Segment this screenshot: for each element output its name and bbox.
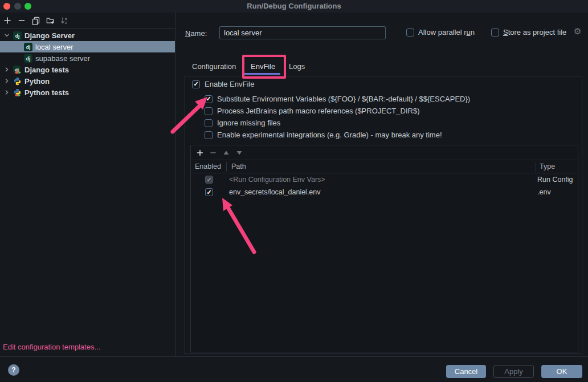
tree-item-python[interactable]: Python [0, 75, 175, 87]
column-enabled: Enabled [195, 162, 221, 170]
checkbox[interactable]: ✓ [205, 107, 213, 115]
run-debug-configurations-dialog: Run/Debug Configurations az [0, 0, 588, 382]
django-icon: dj [13, 31, 22, 40]
move-down-icon[interactable] [235, 148, 244, 157]
process-path-macro-label: Process JetBrains path macro references … [217, 107, 419, 115]
add-icon[interactable] [195, 148, 205, 157]
store-as-project-file-label: Store as project file [503, 28, 566, 36]
check-icon: ✓ [206, 96, 211, 102]
new-folder-icon[interactable] [46, 16, 55, 25]
configurations-tree: dj Django Server dj local server dj supa… [0, 29, 175, 98]
chevron-right-icon[interactable] [3, 90, 11, 95]
titlebar: Run/Debug Configurations [0, 0, 588, 13]
ok-button[interactable]: OK [541, 365, 582, 378]
table-toolbar [191, 145, 578, 160]
tree-item-label: Python [24, 77, 50, 86]
checkbox[interactable]: ✓ [205, 119, 213, 127]
tree-item-django-server[interactable]: dj Django Server [0, 30, 175, 41]
active-tab-underline [244, 73, 280, 75]
check-icon: ✓ [206, 189, 211, 196]
env-files-table: Enabled Path Type ✓ <Run Configuration E… [190, 145, 578, 352]
checkbox[interactable]: ✓ [192, 80, 200, 88]
edit-configuration-templates-link[interactable]: Edit configuration templates... [3, 343, 100, 351]
svg-text:z: z [65, 21, 67, 25]
env-file-type: .env [537, 188, 551, 196]
check-icon: ✓ [193, 81, 198, 87]
tab-envfile[interactable]: EnvFile [251, 62, 275, 71]
column-type: Type [540, 162, 555, 170]
django-tests-icon: dj [13, 66, 22, 74]
tree-item-label: Python tests [24, 88, 69, 97]
table-row[interactable]: ✓ <Run Configuration Env Vars> Run Confi… [191, 173, 578, 186]
experimental-integrations-checkbox[interactable]: ✓ Enable experimental integrations (e.g.… [205, 131, 442, 139]
checkbox[interactable]: ✓ [205, 188, 213, 196]
tree-item-label: supabase server [35, 54, 90, 63]
close-window-icon[interactable] [3, 3, 10, 10]
checkbox[interactable]: ✓ [406, 29, 414, 36]
python-tests-icon [13, 88, 22, 97]
checkbox[interactable]: ✓ [491, 29, 499, 36]
dialog-footer: ? Cancel Apply OK [0, 356, 588, 382]
env-file-type: Run Config [537, 176, 573, 184]
allow-parallel-run-checkbox[interactable]: ✓ Allow parallel run [406, 28, 475, 36]
minimize-window-icon [14, 3, 21, 10]
apply-button[interactable]: Apply [493, 365, 534, 378]
gear-icon[interactable]: ⚙ [574, 26, 581, 36]
add-icon[interactable] [3, 16, 12, 25]
name-label: Name: [185, 29, 207, 38]
ignore-missing-files-label: Ignore missing files [217, 119, 280, 127]
remove-icon[interactable] [209, 148, 218, 157]
zoom-window-icon[interactable] [24, 3, 31, 10]
ignore-missing-files-checkbox[interactable]: ✓ Ignore missing files [205, 119, 280, 127]
substitute-env-vars-checkbox[interactable]: ✓ Substitute Environment Variables (${FO… [205, 95, 470, 103]
sidebar-toolbar: az [0, 13, 175, 29]
tab-configuration[interactable]: Configuration [192, 62, 236, 71]
main-panel: Name: ✓ Allow parallel run ✓ Store as pr… [175, 13, 588, 356]
tab-logs[interactable]: Logs [289, 62, 305, 71]
column-divider[interactable] [226, 162, 227, 172]
store-as-project-file-checkbox[interactable]: ✓ Store as project file [491, 28, 566, 36]
help-icon[interactable]: ? [8, 364, 19, 376]
tree-item-label: local server [35, 43, 73, 51]
copy-icon[interactable] [31, 16, 40, 25]
env-file-path: env_secrets/local_daniel.env [229, 188, 321, 196]
python-icon [13, 77, 22, 86]
tree-item-label: Django tests [24, 66, 69, 74]
tree-item-supabase-server[interactable]: dj supabase server [0, 52, 175, 64]
move-up-icon[interactable] [222, 148, 231, 157]
tree-item-label: Django Server [24, 31, 75, 40]
chevron-right-icon[interactable] [3, 78, 11, 84]
column-divider[interactable] [536, 162, 536, 172]
check-icon: ✓ [206, 177, 211, 183]
substitute-env-vars-label: Substitute Environment Variables (${FOO}… [217, 95, 470, 103]
django-icon: dj [24, 43, 32, 51]
django-icon: dj [24, 54, 32, 63]
svg-text:dj: dj [26, 55, 31, 61]
allow-parallel-run-label: Allow parallel run [418, 28, 475, 36]
checkbox[interactable]: ✓ [205, 95, 213, 103]
tree-item-local-server[interactable]: dj local server [0, 41, 175, 52]
envfile-tab-panel: ✓ Enable EnvFile ✓ Substitute Environmen… [185, 76, 582, 354]
configurations-sidebar: az dj Django Server dj local server dj s… [0, 13, 175, 356]
chevron-right-icon[interactable] [3, 67, 11, 72]
enable-envfile-label: Enable EnvFile [205, 80, 254, 88]
process-path-macro-checkbox[interactable]: ✓ Process JetBrains path macro reference… [205, 107, 419, 115]
column-path: Path [231, 162, 246, 170]
env-file-path: <Run Configuration Env Vars> [229, 176, 325, 184]
checkbox[interactable]: ✓ [205, 131, 213, 139]
name-input[interactable] [219, 26, 386, 39]
cancel-button[interactable]: Cancel [446, 365, 486, 378]
table-row[interactable]: ✓ env_secrets/local_daniel.env .env [191, 186, 578, 198]
chevron-down-icon[interactable] [3, 32, 11, 38]
svg-text:dj: dj [26, 44, 31, 50]
experimental-integrations-label: Enable experimental integrations (e.g. G… [217, 131, 442, 139]
svg-text:dj: dj [15, 32, 20, 38]
checkbox: ✓ [205, 176, 213, 184]
remove-icon[interactable] [17, 16, 26, 25]
window-title: Run/Debug Configurations [0, 0, 588, 12]
tree-item-python-tests[interactable]: Python tests [0, 87, 175, 98]
tree-item-django-tests[interactable]: dj Django tests [0, 64, 175, 75]
table-header: Enabled Path Type [191, 160, 578, 173]
svg-text:a: a [65, 17, 67, 21]
enable-envfile-checkbox[interactable]: ✓ Enable EnvFile [192, 80, 254, 88]
